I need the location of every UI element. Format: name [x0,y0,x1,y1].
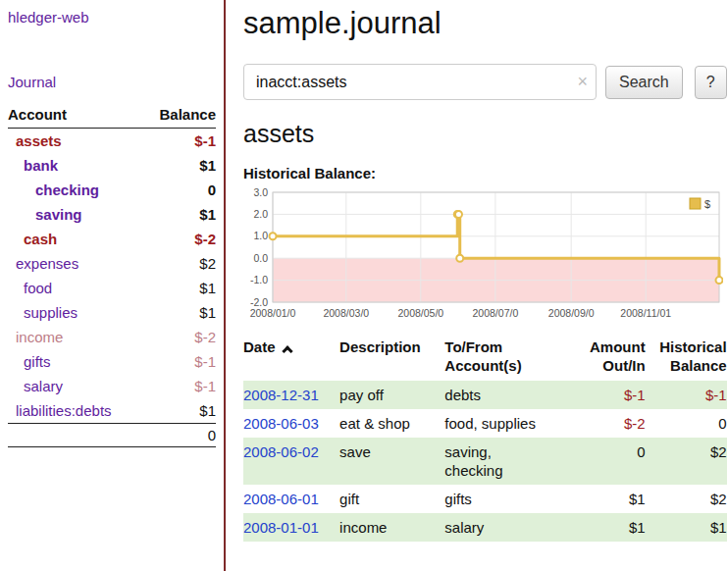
register-row: 2008-06-03eat & shopfood, supplies$-20 [243,409,727,438]
transaction-date-link[interactable]: 2008-01-01 [243,519,319,536]
transaction-amount: 0 [556,438,646,485]
sidebar-item-journal[interactable]: Journal [8,74,56,90]
transaction-accounts: gifts [444,485,555,513]
account-balance: $-2 [142,227,216,251]
account-balance: $1 [142,300,216,325]
register-header-accounts: To/FromAccount(s) [444,336,555,381]
transaction-description: income [339,513,444,542]
help-button[interactable]: ? [695,66,727,99]
legend-swatch [690,198,701,209]
transaction-description: eat & shop [339,409,444,438]
transaction-accounts: salary [444,513,555,542]
transaction-date-link[interactable]: 2008-06-02 [243,443,319,460]
main-content: sample.journal × Search ? assets Histori… [226,0,728,571]
account-row: income$-2 [8,325,216,349]
search-input-wrap: × [243,64,597,100]
transaction-description: gift [339,485,444,513]
x-tick-label: 2008/11/01 [620,307,671,319]
transaction-amount: $-2 [556,409,646,438]
register-header-date[interactable]: Date [243,336,339,381]
account-balance: $1 [142,202,216,227]
accounts-header-balance: Balance [142,106,216,129]
y-tick-label: 1.0 [253,230,268,241]
transaction-amount: $1 [556,485,646,513]
sidebar-account-supplies[interactable]: supplies [8,304,78,321]
app-brand-link[interactable]: hledger-web [8,9,89,26]
account-row: supplies$1 [8,300,216,325]
account-row: assets$-1 [8,129,216,154]
section-title: assets [243,120,727,148]
clear-search-icon[interactable]: × [577,72,588,91]
transaction-date-link[interactable]: 2008-06-03 [243,415,319,432]
account-row: gifts$-1 [8,349,216,374]
transaction-accounts: saving,checking [444,438,555,485]
x-tick-label: 2008/03/0 [323,307,369,319]
search-form: × Search ? [243,64,727,100]
register-row: 2008-06-02savesaving,checking0$2 [243,438,727,485]
x-tick-label: 2008/09/0 [548,307,595,319]
x-tick-label: 2008/05/0 [397,307,443,319]
sidebar-account-gifts[interactable]: gifts [8,353,51,370]
register-row: 2008-06-01giftgifts$1$2 [243,485,727,513]
data-point-marker [456,255,463,262]
transaction-date-link[interactable]: 2008-06-01 [243,491,319,507]
account-balance: $1 [142,153,216,178]
data-point-marker [716,277,723,284]
transaction-amount: $-1 [556,381,646,409]
transaction-description: pay off [339,381,444,409]
register-row: 2008-01-01incomesalary$1$1 [243,513,727,542]
transaction-balance: $-1 [646,381,727,409]
sort-ascending-icon [282,345,292,356]
y-tick-label: 0.0 [253,252,268,264]
register-row: 2008-12-31pay offdebts$-1$-1 [243,381,727,409]
sidebar-account-food[interactable]: food [8,280,52,296]
sidebar-account-expenses[interactable]: expenses [8,255,78,272]
accounts-total-row: 0 [8,424,216,447]
account-balance: $-2 [142,325,216,349]
transaction-amount: $1 [556,513,646,542]
account-balance: $1 [142,398,216,424]
account-row: expenses$2 [8,251,216,276]
sidebar-account-assets[interactable]: assets [8,132,62,149]
y-tick-label: 2.0 [253,208,268,220]
sidebar-account-salary[interactable]: salary [8,378,63,394]
account-row: saving$1 [8,202,216,227]
register-header-description: Description [339,336,444,381]
chart-title: Historical Balance: [243,165,727,182]
transaction-description: save [339,438,444,485]
transaction-balance: $2 [646,438,727,485]
sidebar-account-saving[interactable]: saving [8,206,82,223]
account-balance: 0 [142,178,216,202]
account-balance: $-1 [142,349,216,374]
x-tick-label: 2008/01/0 [250,307,296,319]
account-balance: $-1 [142,129,216,154]
transaction-balance: 0 [646,409,727,438]
legend-label: $ [704,198,710,210]
sidebar-account-liabilities-debts[interactable]: liabilities:debts [8,402,112,419]
account-row: food$1 [8,276,216,300]
account-row: cash$-2 [8,227,216,251]
register-header-amount: AmountOut/In [556,336,646,381]
data-point-marker [455,211,462,218]
account-row: bank$1 [8,153,216,178]
x-tick-label: 2008/07/0 [473,307,519,319]
account-balance: $-1 [142,374,216,398]
transaction-accounts: food, supplies [444,409,555,438]
transaction-date-link[interactable]: 2008-12-31 [243,387,319,403]
y-tick-label: -1.0 [250,274,268,286]
account-balance: $2 [142,251,216,276]
accounts-balance-table: Account Balance assets$-1bank$1checking0… [8,106,216,447]
y-tick-label: -2.0 [250,296,268,308]
sidebar: hledger-web Journal Account Balance asse… [0,0,226,571]
sidebar-account-checking[interactable]: checking [8,182,99,198]
sidebar-account-cash[interactable]: cash [8,231,57,247]
account-row: checking0 [8,178,216,202]
transaction-balance: $2 [646,485,727,513]
page-title: sample.journal [243,6,727,41]
account-row: liabilities:debts$1 [8,398,216,424]
sidebar-account-income[interactable]: income [8,329,63,345]
search-input[interactable] [243,64,597,100]
sidebar-account-bank[interactable]: bank [8,157,58,174]
register-header-balance: HistoricalBalance [646,336,727,381]
search-button[interactable]: Search [605,66,683,99]
